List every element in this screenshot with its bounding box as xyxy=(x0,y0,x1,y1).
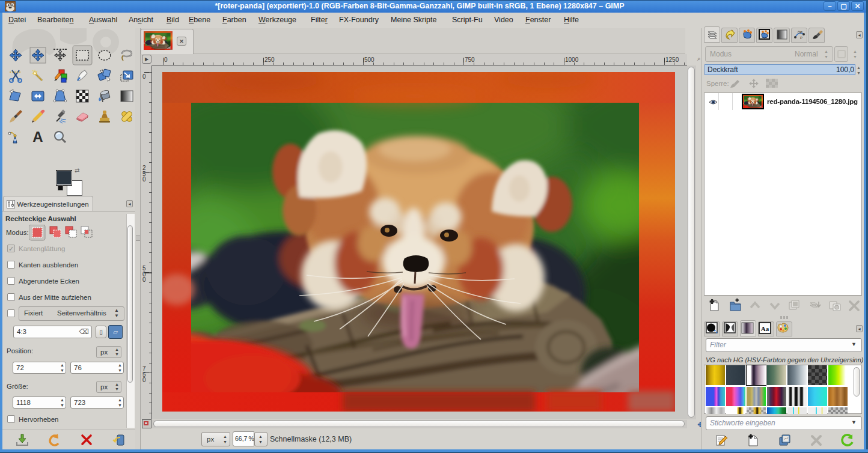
svg-text:P: P xyxy=(800,36,802,40)
svg-text:A: A xyxy=(32,129,43,145)
svg-text:P: P xyxy=(800,31,802,34)
svg-text:Aa: Aa xyxy=(761,325,769,332)
